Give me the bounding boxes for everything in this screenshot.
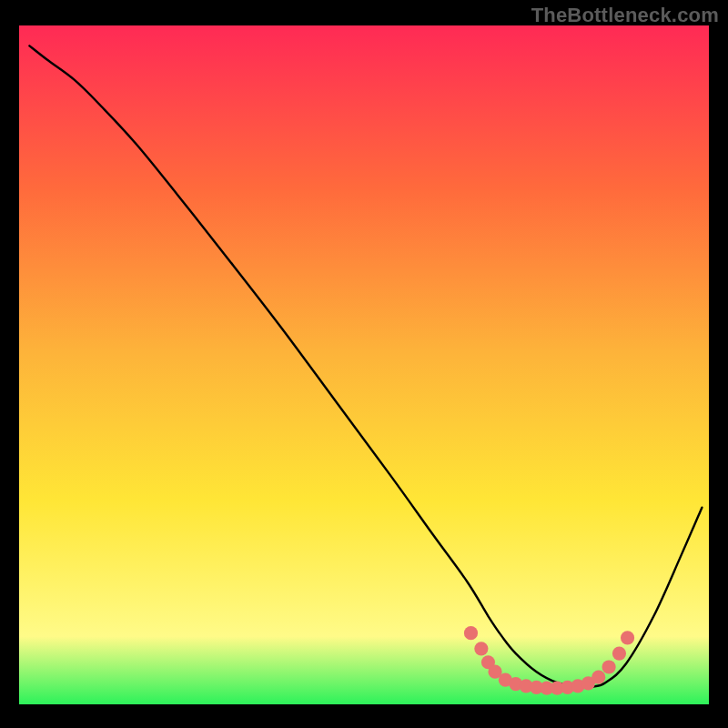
bottleneck-chart	[0, 0, 728, 728]
optimal-dot	[612, 646, 626, 660]
optimal-dot	[474, 642, 488, 655]
optimal-dot	[464, 626, 478, 640]
watermark-text: TheBottleneck.com	[531, 4, 719, 27]
optimal-dot	[602, 660, 616, 673]
optimal-dot	[621, 631, 634, 644]
optimal-dot	[592, 671, 605, 684]
